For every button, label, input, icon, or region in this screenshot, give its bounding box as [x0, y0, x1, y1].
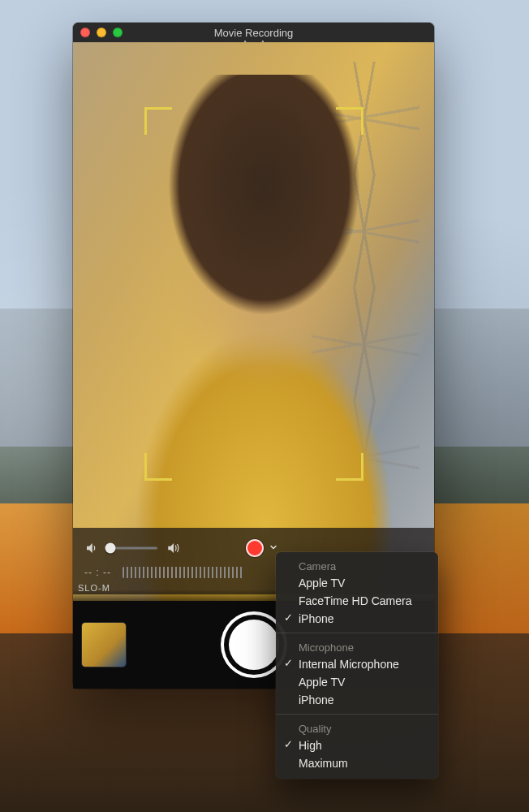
menu-section-camera-title: Camera: [276, 557, 438, 574]
window-controls: [73, 28, 123, 37]
record-options-menu[interactable]: Camera Apple TV FaceTime HD Camera iPhon…: [276, 552, 438, 779]
titlebar[interactable]: Movie Recording: [73, 23, 434, 42]
camera-mode-label: SLO-M: [78, 583, 110, 593]
minimize-window-button[interactable]: [97, 28, 106, 37]
menu-separator: [276, 714, 438, 715]
menu-item-camera-2[interactable]: iPhone: [276, 610, 438, 628]
record-button[interactable]: [246, 539, 264, 557]
menu-separator: [276, 633, 438, 633]
menu-item-quality-1[interactable]: Maximum: [276, 754, 438, 772]
window-title: Movie Recording: [73, 27, 434, 39]
focus-corner-br: [336, 453, 363, 481]
last-photo-thumbnail[interactable]: [81, 622, 127, 667]
audio-level-meter: [123, 567, 244, 578]
focus-corner-bl: [144, 453, 172, 481]
timecode-display: -- : --: [84, 567, 111, 578]
volume-slider[interactable]: [107, 542, 157, 555]
menu-item-camera-1[interactable]: FaceTime HD Camera: [276, 592, 438, 610]
focus-corner-tr: [336, 107, 363, 135]
shutter-button[interactable]: [224, 615, 284, 675]
close-window-button[interactable]: [80, 28, 90, 37]
menu-item-mic-1[interactable]: Apple TV: [276, 673, 438, 691]
volume-high-icon: [166, 541, 182, 555]
volume-low-icon: [84, 541, 99, 555]
menu-item-quality-0[interactable]: High: [276, 736, 438, 754]
focus-corner-tl: [144, 107, 172, 135]
menu-section-quality-title: Quality: [276, 719, 438, 736]
zoom-window-button[interactable]: [113, 28, 123, 37]
focus-frame: [169, 221, 339, 448]
menu-item-camera-0[interactable]: Apple TV: [276, 574, 438, 592]
menu-item-mic-0[interactable]: Internal Microphone: [276, 655, 438, 673]
menu-section-microphone-title: Microphone: [276, 638, 438, 655]
menu-item-mic-2[interactable]: iPhone: [276, 691, 438, 709]
